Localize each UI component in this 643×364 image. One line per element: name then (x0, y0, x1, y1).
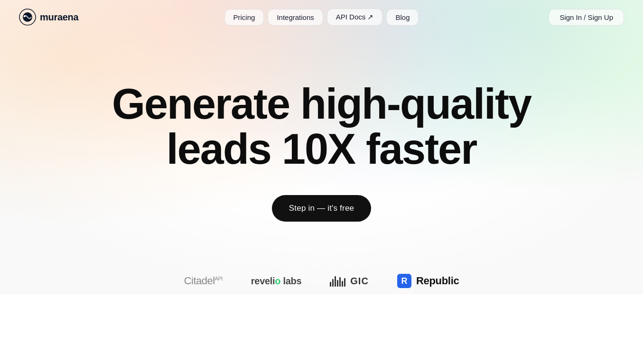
gic-bar-6 (342, 281, 343, 287)
nav-integrations[interactable]: Integrations (268, 9, 323, 26)
cta-button[interactable]: Step in — it's free (272, 195, 371, 222)
gic-logo-item: GIC (330, 275, 369, 287)
nav-api-docs[interactable]: API Docs ↗ (327, 9, 383, 26)
gic-bar-7 (344, 278, 345, 287)
gic-bar-2 (332, 279, 334, 287)
citadel-logo-item: CitadelAPI (184, 275, 223, 287)
sign-in-button[interactable]: Sign In / Sign Up (549, 9, 624, 26)
hero-section: Generate high-quality leads 10X faster S… (0, 34, 643, 222)
revelio-logo-item: revelio labs (251, 276, 301, 287)
nav-blog[interactable]: Blog (386, 9, 419, 26)
nav-links: Pricing Integrations API Docs ↗ Blog (224, 9, 419, 26)
gic-bars-icon (330, 275, 345, 287)
republic-r-icon: R (397, 274, 411, 288)
gic-logo-text: GIC (350, 276, 369, 287)
citadel-logo: CitadelAPI (184, 275, 223, 287)
logo-link[interactable]: muraena (19, 9, 78, 26)
gic-bar-4 (337, 280, 338, 287)
gic-bar-5 (339, 277, 341, 287)
logos-section: CitadelAPI revelio labs GIC R Repub (0, 274, 643, 288)
republic-logo-item: R Republic (397, 274, 459, 288)
republic-logo-text: Republic (416, 275, 459, 287)
nav-pricing[interactable]: Pricing (224, 9, 264, 26)
hero-title: Generate high-quality leads 10X faster (112, 82, 531, 171)
logo-icon (19, 9, 36, 26)
page-wrapper: muraena Pricing Integrations API Docs ↗ … (0, 0, 643, 364)
hero-cta-wrapper: Step in — it's free (272, 195, 371, 222)
gic-bar-1 (330, 282, 331, 287)
revelio-logo: revelio labs (251, 276, 301, 287)
navbar: muraena Pricing Integrations API Docs ↗ … (0, 0, 643, 34)
svg-point-2 (24, 15, 26, 17)
brand-name: muraena (40, 12, 78, 23)
gic-bar-3 (335, 276, 336, 287)
